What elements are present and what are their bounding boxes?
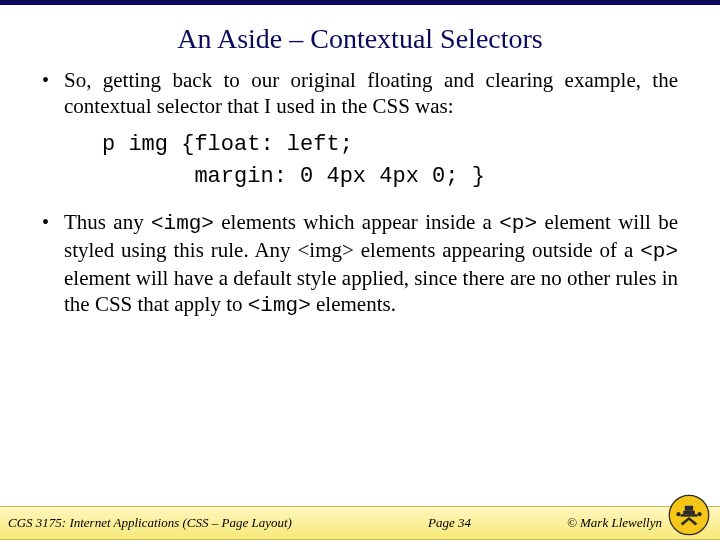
svg-point-4 [676, 512, 680, 516]
code-line: p img {float: left; [102, 132, 353, 157]
bullet-text: Thus any <img> elements which appear ins… [64, 209, 678, 319]
bullet-text: So, getting back to our original floatin… [64, 67, 678, 119]
footer-page: Page 34 [292, 515, 567, 531]
code-line: margin: 0 4px 4px 0; } [102, 164, 485, 189]
slide-title: An Aside – Contextual Selectors [0, 5, 720, 67]
bullet-dot: • [42, 67, 64, 119]
bullet-item: • So, getting back to our original float… [42, 67, 678, 119]
svg-rect-3 [681, 514, 698, 517]
bullet-dot: • [42, 209, 64, 319]
footer-course: CGS 3175: Internet Applications (CSS – P… [8, 515, 292, 531]
slide-content: • So, getting back to our original float… [0, 67, 720, 319]
svg-rect-2 [683, 511, 695, 514]
ucf-logo-icon [668, 494, 710, 536]
code-block: p img {float: left; margin: 0 4px 4px 0;… [102, 129, 678, 193]
bullet-item: • Thus any <img> elements which appear i… [42, 209, 678, 319]
svg-point-5 [697, 512, 701, 516]
footer-bar: CGS 3175: Internet Applications (CSS – P… [0, 506, 720, 540]
svg-rect-1 [685, 506, 693, 511]
